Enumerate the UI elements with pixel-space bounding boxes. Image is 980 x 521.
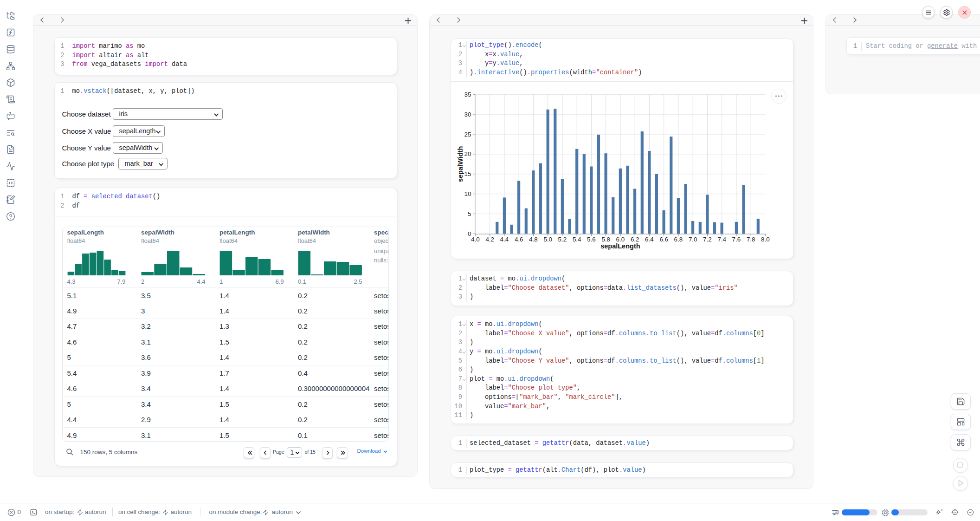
- svg-text:sepalWidth: sepalWidth: [457, 146, 464, 182]
- svg-text:7.0: 7.0: [688, 236, 697, 243]
- svg-text:15: 15: [464, 170, 471, 177]
- svg-text:4.8: 4.8: [529, 236, 538, 243]
- svg-text:6.2: 6.2: [630, 236, 639, 243]
- svg-text:7.2: 7.2: [703, 236, 712, 243]
- svg-text:5.8: 5.8: [601, 236, 610, 243]
- svg-text:5: 5: [467, 210, 471, 217]
- svg-text:8.0: 8.0: [761, 236, 770, 243]
- svg-text:5.2: 5.2: [558, 236, 567, 243]
- svg-text:5.4: 5.4: [572, 236, 581, 243]
- svg-text:20: 20: [464, 150, 471, 157]
- svg-text:25: 25: [464, 130, 471, 137]
- svg-text:7.6: 7.6: [732, 236, 741, 243]
- svg-text:sepalLength: sepalLength: [600, 242, 640, 250]
- svg-text:30: 30: [464, 111, 471, 117]
- svg-text:10: 10: [464, 190, 471, 197]
- svg-text:6.6: 6.6: [659, 236, 668, 243]
- svg-text:4.6: 4.6: [514, 236, 523, 243]
- svg-text:6.0: 6.0: [616, 236, 625, 243]
- svg-text:35: 35: [464, 91, 471, 98]
- svg-text:5.0: 5.0: [543, 236, 552, 243]
- svg-text:4.4: 4.4: [500, 236, 509, 243]
- svg-text:6.8: 6.8: [674, 236, 683, 243]
- svg-text:7.4: 7.4: [717, 236, 726, 243]
- svg-text:0: 0: [467, 230, 471, 237]
- svg-text:7.8: 7.8: [746, 236, 755, 243]
- svg-text:4.0: 4.0: [471, 236, 480, 243]
- svg-text:6.4: 6.4: [645, 236, 654, 243]
- svg-text:4.2: 4.2: [485, 236, 494, 243]
- svg-text:5.6: 5.6: [587, 236, 596, 243]
